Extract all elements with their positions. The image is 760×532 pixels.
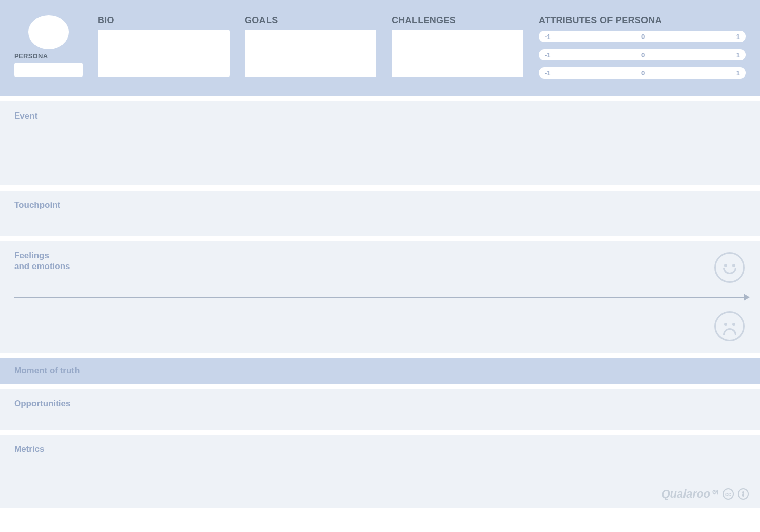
- feelings-line2: and emotions: [14, 261, 70, 271]
- row-feelings[interactable]: Feelings and emotions: [0, 241, 760, 353]
- brand-kangaroo-icon: ᘛ: [712, 487, 718, 496]
- goals-label: GOALS: [245, 15, 376, 26]
- goals-input[interactable]: [245, 30, 376, 77]
- row-touchpoint-label: Touchpoint: [14, 200, 746, 210]
- row-event-label: Event: [14, 110, 746, 121]
- row-touchpoint[interactable]: Touchpoint: [0, 191, 760, 236]
- attributes-panel: ATTRIBUTES OF PERSONA -1 0 1 -1 0 1 -1 0…: [539, 15, 746, 77]
- feelings-line1: Feelings: [14, 251, 49, 260]
- attr-min: -1: [545, 51, 551, 59]
- bio-label: BIO: [98, 15, 230, 26]
- attr-mid: 0: [641, 33, 645, 41]
- brand-logo: Qualaroo: [661, 487, 710, 501]
- row-metrics-label: Metrics: [14, 444, 746, 454]
- persona-block: PERSONA: [14, 15, 83, 77]
- row-opportunities-label: Opportunities: [14, 398, 746, 409]
- attribution-icon: [738, 488, 749, 500]
- challenges-panel: CHALLENGES: [392, 15, 523, 77]
- attr-mid: 0: [641, 69, 645, 77]
- row-metrics[interactable]: Metrics Qualaroo ᘛ cc: [0, 435, 760, 508]
- attr-max: 1: [736, 51, 740, 59]
- attr-min: -1: [545, 69, 551, 77]
- persona-name-input[interactable]: [14, 63, 83, 77]
- attribute-slider[interactable]: -1 0 1: [539, 31, 746, 42]
- timeline-arrow-line: [14, 297, 746, 298]
- svg-point-0: [742, 491, 744, 493]
- goals-panel: GOALS: [245, 15, 376, 77]
- footer-branding: Qualaroo ᘛ cc: [661, 487, 749, 501]
- row-feelings-label: Feelings and emotions: [14, 250, 746, 272]
- row-event[interactable]: Event: [0, 101, 760, 185]
- attr-max: 1: [736, 69, 740, 77]
- sad-face-icon: [714, 311, 745, 341]
- svg-rect-1: [742, 493, 744, 497]
- timeline-arrow-head-icon: [744, 294, 750, 301]
- attribute-slider[interactable]: -1 0 1: [539, 49, 746, 60]
- challenges-label: CHALLENGES: [392, 15, 523, 26]
- happy-face-icon: [714, 252, 745, 283]
- attributes-label: ATTRIBUTES OF PERSONA: [539, 15, 746, 26]
- attr-min: -1: [545, 33, 551, 41]
- attr-mid: 0: [641, 51, 645, 59]
- persona-label: PERSONA: [14, 52, 48, 60]
- bio-panel: BIO: [98, 15, 230, 77]
- attr-max: 1: [736, 33, 740, 41]
- cc-license-icon: cc: [723, 488, 734, 500]
- row-opportunities[interactable]: Opportunities: [0, 389, 760, 430]
- persona-header: PERSONA BIO GOALS CHALLENGES ATTRIBUTES …: [0, 0, 760, 96]
- bio-input[interactable]: [98, 30, 230, 77]
- row-moment-label: Moment of truth: [14, 365, 80, 376]
- attribute-slider[interactable]: -1 0 1: [539, 67, 746, 79]
- persona-avatar[interactable]: [28, 15, 69, 49]
- challenges-input[interactable]: [392, 30, 523, 77]
- row-moment-of-truth[interactable]: Moment of truth: [0, 358, 760, 384]
